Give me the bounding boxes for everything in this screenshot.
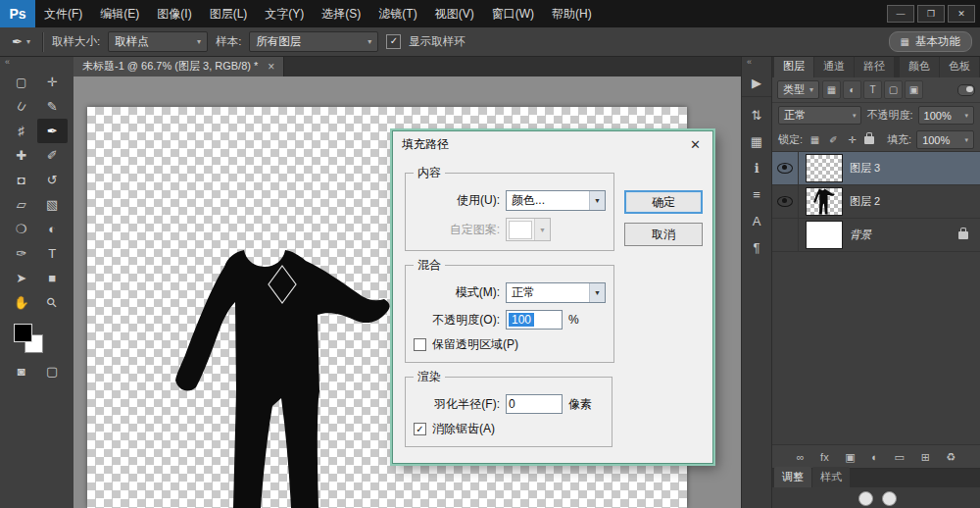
eyedropper-tool[interactable]: ✒: [37, 119, 69, 143]
menu-item[interactable]: 帮助(H): [543, 0, 601, 27]
lock-transparency-icon[interactable]: ▦: [808, 132, 822, 147]
preserve-transparency-checkbox[interactable]: [414, 338, 426, 351]
move-tool[interactable]: ✛: [37, 70, 69, 94]
minimize-button[interactable]: —: [887, 5, 914, 23]
menu-item[interactable]: 滤镜(T): [369, 0, 425, 27]
sample-dropdown[interactable]: 所有图层 ▾: [249, 31, 378, 52]
swatches-icon[interactable]: ▦: [742, 128, 771, 155]
blend-mode-dropdown[interactable]: 正常 ▾: [778, 106, 861, 125]
history-brush-tool[interactable]: ↺: [37, 168, 69, 192]
sample-size-dropdown[interactable]: 取样点 ▾: [108, 31, 208, 52]
pen-tool[interactable]: ✑: [6, 241, 37, 266]
hand-tool[interactable]: ✋: [6, 290, 37, 315]
mode-dropdown[interactable]: 正常 ▼: [506, 282, 606, 303]
menu-item[interactable]: 窗口(W): [483, 0, 543, 27]
feather-input[interactable]: 0: [506, 394, 563, 414]
paragraph-panel-icon[interactable]: ¶: [742, 234, 771, 261]
delete-layer-icon[interactable]: ♻: [946, 451, 956, 464]
character-panel-icon[interactable]: A: [742, 208, 771, 234]
visibility-toggle[interactable]: [772, 152, 799, 184]
expand-dock-icon[interactable]: ▶: [742, 70, 771, 97]
menu-item[interactable]: 文字(Y): [256, 0, 313, 27]
opacity-input[interactable]: 100: [506, 310, 563, 330]
filter-type-icon[interactable]: T: [863, 80, 882, 99]
gradient-tool[interactable]: ▧: [37, 192, 69, 217]
path-select-tool[interactable]: ➤: [6, 266, 37, 290]
layer-row[interactable]: 图层 2: [772, 185, 980, 219]
menu-item[interactable]: 文件(F): [35, 0, 91, 27]
layer-row[interactable]: 图层 3: [772, 152, 980, 185]
tab-channels[interactable]: 通道: [814, 55, 854, 77]
menu-item[interactable]: 选择(S): [313, 0, 369, 27]
blur-tool[interactable]: ❍: [6, 217, 37, 241]
dialog-close-icon[interactable]: ✕: [687, 137, 704, 152]
foreground-color-swatch[interactable]: [14, 324, 32, 342]
navigator-icon[interactable]: ⇅: [742, 102, 771, 128]
filter-smart-object-icon[interactable]: ▣: [905, 80, 923, 99]
zoom-tool[interactable]: ⚲: [37, 290, 69, 315]
menu-item[interactable]: 编辑(E): [91, 0, 148, 27]
type-tool[interactable]: T: [37, 241, 69, 266]
maximize-button[interactable]: ❐: [917, 5, 945, 23]
shape-tool[interactable]: ■: [37, 266, 69, 290]
use-dropdown[interactable]: 颜色... ▼: [506, 190, 606, 211]
filter-kind-dropdown[interactable]: 类型 ▾: [777, 80, 819, 99]
quick-select-tool[interactable]: ✎: [37, 94, 69, 119]
filter-toggle[interactable]: [957, 84, 975, 96]
opacity-dropdown[interactable]: 100% ▾: [918, 106, 974, 125]
menu-item[interactable]: 视图(V): [426, 0, 483, 27]
filter-adjustment-icon[interactable]: ◐: [843, 80, 861, 99]
tab-layers[interactable]: 图层: [774, 55, 813, 77]
fill-dropdown[interactable]: 100% ▾: [916, 130, 974, 149]
menu-item[interactable]: 图像(I): [148, 0, 200, 27]
collapse-arrows-icon[interactable]: «: [742, 56, 771, 70]
show-sampling-ring-checkbox[interactable]: ✓: [386, 34, 401, 49]
clone-stamp-tool[interactable]: ◘: [6, 168, 37, 192]
lock-all-icon[interactable]: [864, 136, 874, 144]
link-layers-icon[interactable]: ∞: [797, 451, 805, 463]
screen-mode-tool[interactable]: ▢: [37, 359, 69, 383]
cancel-button[interactable]: 取消: [624, 223, 703, 246]
filter-pixel-icon[interactable]: ▦: [822, 80, 841, 99]
tool-preset-picker[interactable]: ✒ ▾: [8, 33, 34, 50]
crop-tool[interactable]: ♯: [6, 119, 37, 143]
layer-mask-icon[interactable]: ▣: [845, 451, 855, 464]
layer-thumbnail[interactable]: [806, 154, 843, 182]
tab-color[interactable]: 颜色: [900, 55, 939, 77]
tab-styles[interactable]: 样式: [812, 467, 850, 487]
visibility-toggle[interactable]: [772, 219, 799, 251]
antialias-checkbox[interactable]: ✓: [414, 423, 426, 435]
marquee-tool[interactable]: ▢: [6, 70, 37, 94]
adjustment-icon-2[interactable]: [882, 491, 897, 506]
tab-paths[interactable]: 路径: [855, 55, 894, 77]
quick-mask-tool[interactable]: ◙: [6, 359, 37, 383]
close-button[interactable]: ✕: [948, 5, 975, 23]
info-icon[interactable]: ℹ: [742, 155, 771, 181]
adjustment-layer-icon[interactable]: ◐: [871, 451, 878, 463]
color-swatches[interactable]: [14, 324, 45, 355]
visibility-toggle[interactable]: [772, 185, 799, 218]
layer-thumbnail[interactable]: [806, 221, 843, 249]
layer-effects-icon[interactable]: fx: [820, 451, 829, 463]
dialog-titlebar[interactable]: 填充路径 ✕: [393, 131, 712, 157]
layer-thumbnail[interactable]: [806, 187, 843, 216]
dodge-tool[interactable]: ◐: [37, 217, 69, 241]
collapse-arrows-icon[interactable]: «: [0, 56, 74, 70]
ok-button[interactable]: 确定: [624, 190, 703, 214]
layer-row[interactable]: 背景: [772, 219, 980, 252]
healing-brush-tool[interactable]: ✚: [6, 143, 37, 168]
lock-pixels-icon[interactable]: ✐: [826, 132, 841, 147]
tab-swatches[interactable]: 色板: [940, 55, 979, 77]
tab-adjustments[interactable]: 调整: [774, 467, 811, 487]
layer-group-icon[interactable]: ▭: [895, 451, 905, 464]
menu-item[interactable]: 图层(L): [201, 0, 257, 27]
tab-close-icon[interactable]: ×: [268, 60, 274, 74]
lasso-tool[interactable]: ⊂: [6, 94, 37, 119]
lock-position-icon[interactable]: ✛: [845, 132, 859, 147]
workspace-switcher-button[interactable]: ▦ 基本功能: [889, 31, 972, 52]
filter-shape-icon[interactable]: ▢: [884, 80, 903, 99]
actions-icon[interactable]: ≡: [742, 181, 771, 208]
new-layer-icon[interactable]: ⊞: [921, 451, 930, 464]
adjustment-icon-1[interactable]: [858, 491, 873, 506]
document-tab[interactable]: 未标题-1 @ 66.7% (图层 3, RGB/8) * ×: [74, 56, 284, 76]
